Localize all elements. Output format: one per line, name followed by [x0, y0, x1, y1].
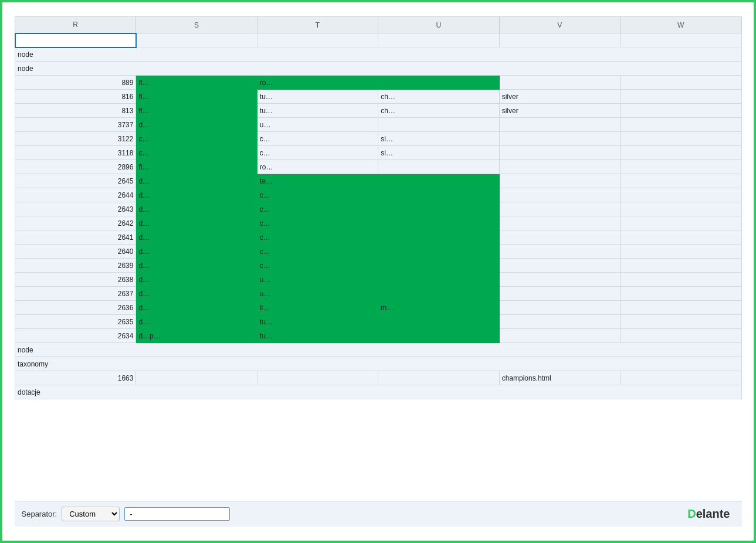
table-row: 1663 champions.html: [15, 371, 742, 385]
logo-d: D: [687, 507, 696, 520]
node-label-3: node: [15, 343, 742, 357]
table-row: 2634 d…p… tu…: [15, 329, 742, 343]
table-row: 2643 d… c…: [15, 202, 742, 216]
table-row: 889 fl… ro…: [15, 76, 742, 90]
table-row: 2896 fl… ro…: [15, 160, 742, 174]
separator-select[interactable]: Custom Comma Semicolon Tab Pipe: [62, 507, 120, 521]
col-header-w: W: [621, 17, 741, 33]
bottom-bar: Separator: Custom Comma Semicolon Tab Pi…: [15, 501, 742, 527]
table-row: 3737 d… u…: [15, 118, 742, 132]
node-label-2: node: [15, 62, 742, 76]
col-header-r: R: [15, 17, 136, 33]
taxonomy-label: taxonomy: [15, 357, 742, 371]
table-row: taxonomy: [15, 357, 742, 371]
table-row: 2636 d… li… m…: [15, 301, 742, 315]
separator-input[interactable]: [124, 507, 230, 521]
table-row: 816 fl… tu… ch… silver: [15, 90, 742, 104]
table-row: node: [15, 62, 742, 76]
table-row: 3118 c… c… si…: [15, 146, 742, 160]
logo-rest: elante: [696, 507, 730, 520]
table-row: 2645 d… te…: [15, 174, 742, 188]
col-header-u: U: [378, 17, 499, 33]
table-row: 2638 d… u…: [15, 273, 742, 287]
table-row: 813 fl… tu… ch… silver: [15, 104, 742, 118]
table-row: 2644 d… c…: [15, 188, 742, 202]
table-row: [15, 33, 742, 47]
selected-cell[interactable]: [15, 33, 136, 47]
table-row: 3122 c… c… si…: [15, 132, 742, 146]
col-header-s: S: [136, 17, 257, 33]
col-header-t: T: [257, 17, 378, 33]
node-label-1: node: [15, 47, 742, 62]
delante-logo: Delante: [687, 507, 730, 521]
table-row: node: [15, 343, 742, 357]
dotacje-label: dotacje: [15, 385, 742, 399]
table-row: dotacje: [15, 385, 742, 399]
table-row: 2640 d… c…: [15, 245, 742, 259]
table-row: 2642 d… c…: [15, 216, 742, 230]
table-row: 2641 d… c…: [15, 230, 742, 245]
col-header-v: V: [499, 17, 620, 33]
table-row: 2637 d… u…: [15, 287, 742, 301]
separator-label: Separator:: [22, 510, 57, 518]
table-row: node: [15, 47, 742, 62]
table-row: 2635 d… tu…: [15, 315, 742, 329]
table-row: 2639 d… c…: [15, 259, 742, 273]
